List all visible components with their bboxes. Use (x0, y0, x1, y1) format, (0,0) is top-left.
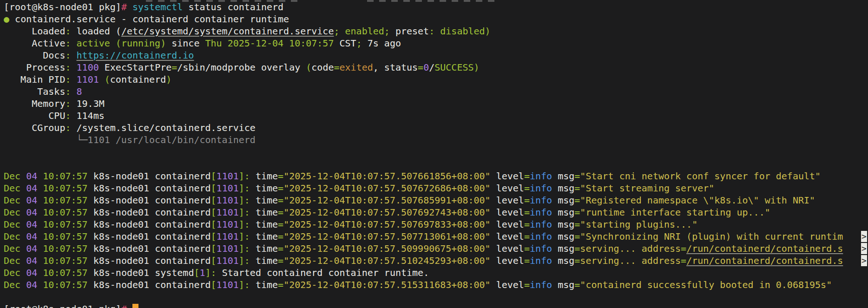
text-segment: ( (105, 74, 110, 85)
text-segment: ] (239, 255, 244, 266)
text-segment: 10:07:57 (43, 170, 87, 182)
text-segment: : (244, 231, 250, 242)
text-segment: time (250, 183, 278, 194)
text-segment: ] (239, 219, 244, 230)
text-segment (20, 243, 26, 254)
text-segment: = (171, 62, 177, 73)
text-segment: disabled) (440, 26, 490, 37)
text-segment: = (574, 170, 580, 182)
text-segment: ; (334, 26, 339, 37)
text-segment: enabled (345, 26, 384, 37)
text-segment: CPU (4, 110, 65, 121)
text-segment (37, 267, 43, 278)
text-segment: time (250, 207, 278, 218)
text-segment: Dec (4, 219, 20, 230)
text-segment: 04 (26, 279, 37, 290)
text-segment: info (530, 183, 552, 194)
text-segment: 1101 (217, 195, 239, 206)
text-segment: time (250, 231, 278, 242)
text-segment: 04 (26, 243, 37, 254)
text-segment: "2025-12-04T10:07:57.507713061+08:00" (283, 231, 491, 242)
tasks-line: Tasks: 8 (4, 85, 868, 98)
text-segment: = (681, 255, 686, 266)
text-segment: Loaded (4, 26, 65, 37)
text-segment: time (250, 255, 278, 266)
line-continuation-marker: > (861, 255, 867, 266)
text-segment: ] (239, 170, 244, 182)
text-segment: 04 (26, 267, 37, 278)
containerd-docs-link[interactable]: https://containerd.io (77, 50, 194, 61)
text-segment: loaded ( (71, 26, 121, 37)
text-segment: 1101 (217, 170, 239, 182)
text-segment: └─1101 /usr/local/bin/containerd (4, 134, 256, 145)
prompt-line: [root@k8s-node01 pkg]# systemctl status … (4, 1, 868, 13)
text-segment: ] (239, 207, 244, 218)
text-segment: = (278, 231, 283, 242)
text-segment (127, 303, 132, 308)
text-segment: 0 (423, 62, 429, 73)
text-segment: 10:07:57 (43, 279, 87, 290)
text-segment (434, 26, 440, 37)
text-segment: 04 (26, 231, 37, 242)
text-segment: "2025-12-04T10:07:57.509990675+08:00" (283, 243, 491, 254)
text-segment: Active (4, 38, 65, 49)
text-segment: : (244, 255, 250, 266)
text-segment: 1101 (217, 243, 239, 254)
text-segment: 114ms (71, 110, 105, 121)
text-segment: = (278, 207, 283, 218)
text-segment (339, 26, 345, 37)
text-segment: / (429, 62, 434, 73)
text-segment: ] (239, 279, 244, 290)
text-segment: /etc/systemd/system/containerd.service (121, 26, 334, 37)
text-segment: [ (211, 243, 217, 254)
text-segment (71, 62, 77, 73)
text-segment: "runtime interface starting up..." (580, 207, 770, 218)
text-segment: [root@k8s-node01 pkg] (4, 1, 121, 13)
text-segment: [ (211, 170, 217, 182)
text-segment: Memory (4, 98, 65, 109)
text-segment: : (244, 243, 250, 254)
active-line: Active: active (running) since Thu 2025-… (4, 37, 868, 49)
text-segment: "2025-12-04T10:07:57.507692743+08:00" (283, 207, 491, 218)
text-segment: msg (552, 231, 574, 242)
text-segment: k8s-node01 containerd (88, 183, 211, 194)
text-segment: level (491, 207, 524, 218)
text-segment: = (574, 183, 580, 194)
text-segment: 1101 (217, 207, 239, 218)
text-segment: = (524, 170, 530, 182)
text-segment: msg (552, 219, 574, 230)
text-segment: CGroup (4, 122, 65, 133)
text-segment: 04 (26, 219, 37, 230)
text-segment: 1101 (217, 231, 239, 242)
text-segment: time (250, 170, 278, 182)
text-segment: /sbin/modprobe overlay (177, 62, 306, 73)
text-segment (37, 195, 43, 206)
text-segment (20, 231, 26, 242)
text-segment: 1101 (217, 219, 239, 230)
terminal-screen[interactable]: [root@k8s-node01 pkg]# systemctl status … (0, 0, 868, 308)
text-segment: = (574, 255, 580, 266)
text-segment: : (244, 170, 250, 182)
text-segment: = (278, 195, 283, 206)
text-segment (37, 231, 43, 242)
blank-line (4, 158, 868, 170)
text-segment: 04 (26, 170, 37, 182)
text-segment (20, 267, 26, 278)
text-segment: "2025-12-04T10:07:57.507697833+08:00" (283, 219, 491, 230)
text-segment: : (244, 183, 250, 194)
text-segment (127, 1, 132, 13)
text-segment: = (278, 219, 283, 230)
text-segment: [ (211, 207, 217, 218)
text-segment: ] (205, 267, 211, 278)
text-segment: : (65, 98, 71, 109)
blank-line (4, 146, 868, 158)
text-segment (71, 50, 77, 61)
text-segment: status containerd (183, 1, 283, 13)
text-segment: msg (552, 195, 574, 206)
cgroup-line: CGroup: /system.slice/containerd.service (4, 122, 868, 134)
journal-line: Dec 04 10:07:57 k8s-node01 containerd[11… (4, 255, 868, 267)
text-segment: 10:07:57 (43, 267, 87, 278)
text-segment: 04 (26, 195, 37, 206)
text-segment (37, 207, 43, 218)
text-segment: : (429, 26, 434, 37)
